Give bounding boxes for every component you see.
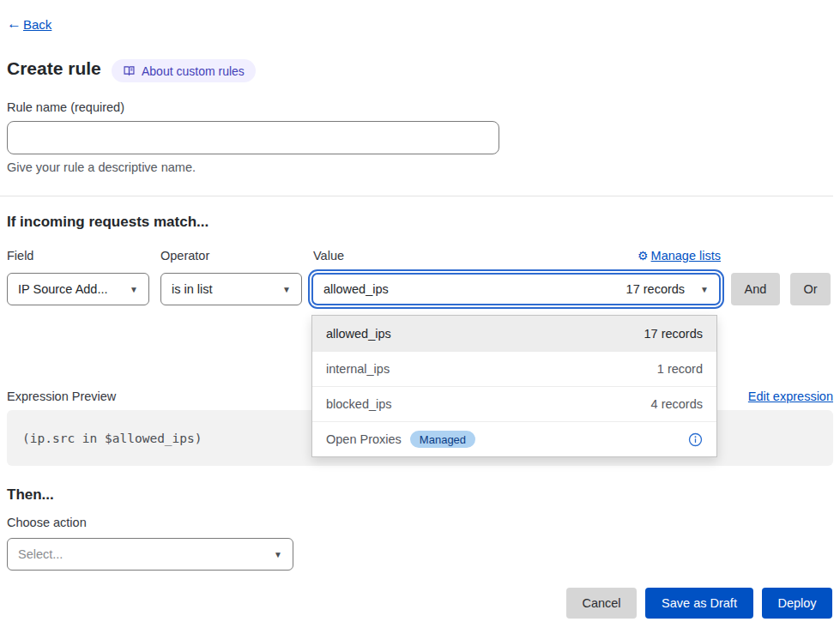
list-name: blocked_ips xyxy=(326,397,392,411)
field-label: Field xyxy=(7,249,33,263)
section-divider xyxy=(0,196,833,196)
choose-action-label: Choose action xyxy=(7,516,87,529)
rule-name-label: Rule name (required) xyxy=(7,100,124,114)
back-link[interactable]: ←Back xyxy=(7,15,51,33)
operator-select[interactable]: is in list ▼ xyxy=(160,273,302,305)
page-title: Create rule xyxy=(7,58,101,79)
manage-lists-label: Manage lists xyxy=(651,249,721,263)
list-record-count: 17 records xyxy=(644,327,703,341)
managed-badge: Managed xyxy=(410,431,475,448)
then-section-heading: Then... xyxy=(7,486,54,504)
chevron-down-icon: ▼ xyxy=(274,550,282,559)
value-records-count: 17 records xyxy=(626,282,686,296)
match-section-heading: If incoming requests match... xyxy=(7,214,208,231)
list-item-blocked-ips[interactable]: blocked_ips 4 records xyxy=(312,386,716,421)
list-name: Open Proxies xyxy=(326,432,402,446)
list-record-count: 1 record xyxy=(657,362,703,376)
value-combobox-text: allowed_ips xyxy=(323,282,389,296)
chevron-down-icon[interactable]: ▼ xyxy=(700,285,709,294)
rule-name-helper-text: Give your rule a descriptive name. xyxy=(7,160,196,174)
create-rule-page: ←Back Create rule About custom rules Rul… xyxy=(0,0,840,634)
or-button[interactable]: Or xyxy=(790,273,831,305)
expression-preview-label: Expression Preview xyxy=(7,389,116,403)
about-custom-rules-link[interactable]: About custom rules xyxy=(112,59,256,82)
info-icon[interactable] xyxy=(688,432,703,447)
chevron-down-icon: ▼ xyxy=(130,285,138,294)
list-item-open-proxies[interactable]: Open Proxies Managed xyxy=(312,421,716,456)
list-name: allowed_ips xyxy=(326,327,391,341)
operator-label: Operator xyxy=(160,249,209,263)
cancel-button[interactable]: Cancel xyxy=(566,588,637,619)
chevron-down-icon: ▼ xyxy=(282,285,291,294)
field-select[interactable]: IP Source Add... ▼ xyxy=(7,273,149,305)
list-name: internal_ips xyxy=(326,362,390,376)
back-label: Back xyxy=(23,17,51,32)
field-select-value: IP Source Add... xyxy=(18,282,108,296)
book-icon xyxy=(123,64,136,77)
edit-expression-link[interactable]: Edit expression xyxy=(739,389,833,403)
list-item-internal-ips[interactable]: internal_ips 1 record xyxy=(312,351,716,386)
list-record-count: 4 records xyxy=(651,397,703,411)
deploy-button[interactable]: Deploy xyxy=(762,588,832,619)
manage-lists-link[interactable]: ⚙Manage lists xyxy=(626,249,721,263)
action-select-placeholder: Select... xyxy=(18,547,63,561)
rule-name-input[interactable] xyxy=(7,121,499,154)
lists-dropdown-panel: allowed_ips 17 records internal_ips 1 re… xyxy=(311,315,717,457)
expression-code: (ip.src in $allowed_ips) xyxy=(22,432,202,445)
save-as-draft-button[interactable]: Save as Draft xyxy=(645,588,753,619)
list-item-allowed-ips[interactable]: allowed_ips 17 records xyxy=(312,316,716,351)
value-label: Value xyxy=(313,249,344,263)
value-combobox[interactable]: allowed_ips 17 records ▼ xyxy=(311,273,721,305)
action-select[interactable]: Select... ▼ xyxy=(7,538,293,571)
gear-icon: ⚙ xyxy=(638,249,649,263)
about-badge-label: About custom rules xyxy=(142,64,245,78)
operator-select-value: is in list xyxy=(172,282,213,296)
and-button[interactable]: And xyxy=(731,273,780,305)
back-arrow-icon: ← xyxy=(7,15,21,33)
